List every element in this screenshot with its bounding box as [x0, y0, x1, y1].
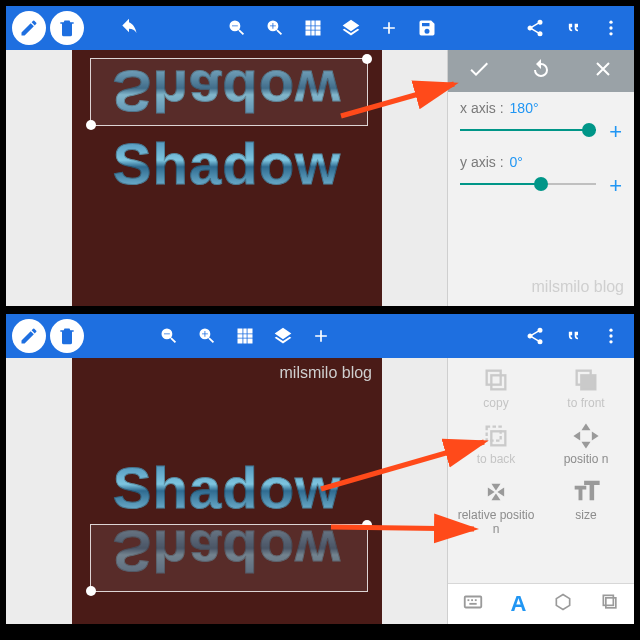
tab-shape[interactable] [553, 592, 573, 616]
more-button[interactable] [594, 11, 628, 45]
y-axis-value: 0° [510, 154, 523, 170]
svg-point-4 [609, 329, 612, 332]
tab-text[interactable]: A [511, 591, 527, 617]
undo-button[interactable] [112, 11, 146, 45]
tab-keyboard[interactable] [462, 591, 484, 617]
bottom-tabbar: A [448, 583, 634, 624]
x-axis-value: 180° [510, 100, 539, 116]
action-label: relative positio n [458, 508, 535, 536]
svg-marker-20 [557, 595, 570, 610]
action-to-front[interactable]: to front [544, 362, 628, 412]
actions-panel: copy to front to back positio n relative… [447, 358, 634, 624]
svg-text:T: T [585, 478, 599, 504]
svg-point-0 [609, 21, 612, 24]
svg-rect-16 [467, 599, 469, 601]
toolbar [6, 314, 634, 358]
edit-button[interactable] [12, 11, 46, 45]
canvas[interactable]: milsmilo blog Shadow Shadow [72, 358, 382, 624]
delete-button[interactable] [50, 319, 84, 353]
selection-handle[interactable] [86, 120, 96, 130]
action-label: to front [567, 396, 604, 410]
selection-handle[interactable] [362, 520, 372, 530]
watermark: milsmilo blog [532, 278, 624, 296]
y-axis-slider[interactable]: + [460, 172, 622, 196]
svg-rect-11 [491, 431, 505, 445]
watermark: milsmilo blog [280, 364, 372, 382]
selection-handle[interactable] [362, 54, 372, 64]
svg-point-5 [609, 334, 612, 337]
zoom-in-button[interactable] [258, 11, 292, 45]
delete-button[interactable] [50, 11, 84, 45]
svg-point-1 [609, 26, 612, 29]
rotation-panel: x axis : 180° + y axis : 0° + milsmilo b… [447, 50, 634, 306]
toolbar [6, 6, 634, 50]
panel-header [448, 50, 634, 92]
grid-button[interactable] [296, 11, 330, 45]
svg-rect-21 [606, 598, 616, 608]
svg-rect-7 [491, 375, 505, 389]
plus-icon[interactable]: + [609, 173, 622, 199]
editor-stage[interactable]: Shadow Shadow [6, 50, 448, 306]
svg-rect-8 [487, 371, 501, 385]
x-axis-slider[interactable]: + [460, 118, 622, 142]
screenshot-2: milsmilo blog Shadow Shadow copy to fron… [6, 314, 634, 624]
edit-button[interactable] [12, 319, 46, 353]
action-to-back[interactable]: to back [454, 418, 538, 468]
editor-stage[interactable]: milsmilo blog Shadow Shadow [6, 358, 448, 624]
action-size[interactable]: TT size [544, 474, 628, 538]
more-button[interactable] [594, 319, 628, 353]
quote-button[interactable] [556, 11, 590, 45]
svg-rect-22 [604, 595, 614, 605]
quote-button[interactable] [556, 319, 590, 353]
add-button[interactable] [372, 11, 406, 45]
action-label: to back [477, 452, 516, 466]
action-relative-position[interactable]: relative positio n [454, 474, 538, 538]
action-copy[interactable]: copy [454, 362, 538, 412]
save-button[interactable] [410, 11, 444, 45]
canvas[interactable]: Shadow Shadow [72, 50, 382, 306]
text-layer[interactable]: Shadow [113, 454, 341, 521]
action-position[interactable]: positio n [544, 418, 628, 468]
action-label: positio n [564, 452, 609, 466]
svg-point-2 [609, 32, 612, 35]
selection-handle[interactable] [86, 586, 96, 596]
svg-rect-18 [474, 599, 476, 601]
actions-grid: copy to front to back positio n relative… [448, 358, 634, 542]
action-label: copy [483, 396, 508, 410]
layers-button[interactable] [266, 319, 300, 353]
zoom-in-button[interactable] [190, 319, 224, 353]
plus-icon[interactable]: + [609, 119, 622, 145]
svg-rect-17 [471, 599, 473, 601]
zoom-out-button[interactable] [152, 319, 186, 353]
action-label: size [575, 508, 596, 522]
svg-rect-10 [581, 375, 595, 389]
close-button[interactable] [591, 57, 615, 85]
y-axis-row: y axis : 0° [448, 146, 634, 170]
reset-button[interactable] [529, 57, 553, 85]
x-axis-label: x axis : [460, 100, 504, 116]
share-button[interactable] [518, 319, 552, 353]
y-axis-label: y axis : [460, 154, 504, 170]
share-button[interactable] [518, 11, 552, 45]
confirm-button[interactable] [467, 57, 491, 85]
svg-rect-12 [487, 427, 501, 441]
layers-button[interactable] [334, 11, 368, 45]
zoom-out-button[interactable] [220, 11, 254, 45]
svg-point-6 [609, 340, 612, 343]
tab-layers[interactable] [600, 592, 620, 616]
grid-button[interactable] [228, 319, 262, 353]
add-button[interactable] [304, 319, 338, 353]
svg-rect-19 [469, 603, 476, 605]
selection-box[interactable] [90, 524, 368, 592]
svg-rect-15 [464, 597, 481, 608]
x-axis-row: x axis : 180° [448, 92, 634, 116]
screenshot-1: Shadow Shadow x axis : 180° + y axis : 0… [6, 6, 634, 306]
text-layer[interactable]: Shadow [113, 130, 341, 197]
selection-box[interactable] [90, 58, 368, 126]
